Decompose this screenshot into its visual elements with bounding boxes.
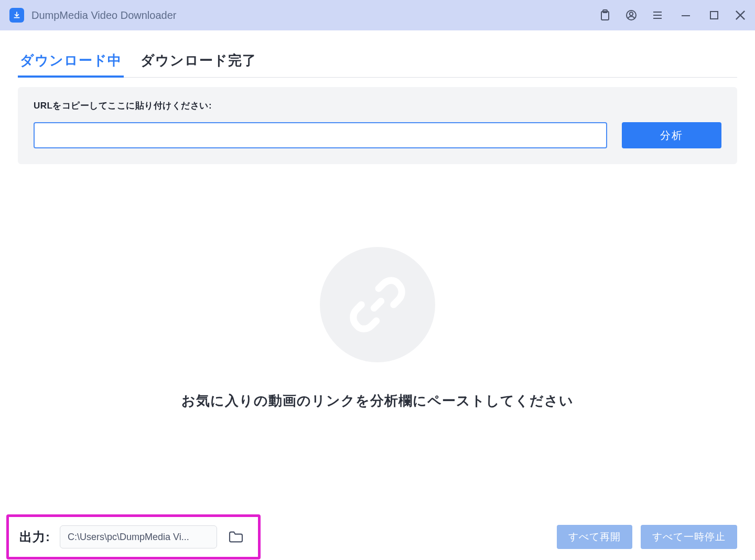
- folder-icon: [228, 529, 244, 545]
- link-icon: [320, 247, 435, 362]
- url-input[interactable]: [34, 122, 607, 148]
- titlebar-controls: [598, 8, 748, 23]
- output-label: 出力:: [19, 529, 50, 545]
- tab-completed[interactable]: ダウンロード完了: [138, 46, 258, 77]
- output-group: 出力: C:\Users\pc\DumpMedia Vi...: [6, 514, 261, 559]
- url-row: 分析: [34, 122, 721, 148]
- tab-downloading[interactable]: ダウンロード中: [18, 46, 124, 77]
- minimize-button[interactable]: [676, 8, 695, 23]
- account-icon[interactable]: [624, 8, 639, 23]
- footer: 出力: C:\Users\pc\DumpMedia Vi... すべて再開 すべ…: [0, 514, 755, 560]
- app-logo-icon: [9, 8, 24, 23]
- browse-folder-button[interactable]: [224, 525, 247, 548]
- resume-all-button[interactable]: すべて再開: [557, 525, 632, 549]
- app-title: DumpMedia Video Downloader: [31, 9, 598, 21]
- clipboard-icon[interactable]: [598, 8, 612, 23]
- tabs: ダウンロード中 ダウンロード完了: [18, 46, 737, 78]
- analyze-button[interactable]: 分析: [622, 122, 721, 148]
- output-path-field[interactable]: C:\Users\pc\DumpMedia Vi...: [60, 525, 217, 548]
- url-panel: URLをコピーしてここに貼り付けください: 分析: [18, 87, 737, 164]
- svg-rect-8: [710, 12, 718, 19]
- url-input-label: URLをコピーしてここに貼り付けください:: [34, 100, 721, 112]
- svg-point-3: [630, 12, 633, 15]
- empty-message: お気に入りの動画のリンクを分析欄にペーストしてください: [181, 392, 574, 410]
- maximize-button[interactable]: [707, 8, 721, 23]
- content-area: ダウンロード中 ダウンロード完了 URLをコピーしてここに貼り付けください: 分…: [0, 30, 755, 514]
- empty-state: お気に入りの動画のリンクを分析欄にペーストしてください: [18, 164, 737, 514]
- pause-all-button[interactable]: すべて一時停止: [641, 525, 737, 549]
- close-button[interactable]: [733, 8, 748, 23]
- titlebar: DumpMedia Video Downloader: [0, 0, 755, 30]
- menu-icon[interactable]: [650, 8, 665, 23]
